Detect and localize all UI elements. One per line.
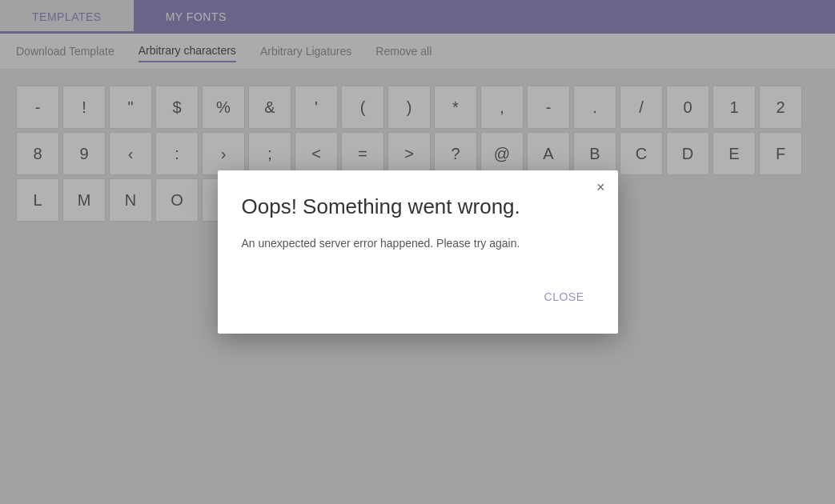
dialog-close-button[interactable]: × bbox=[596, 180, 605, 194]
dialog-overlay: × Oops! Something went wrong. An unexpec… bbox=[0, 0, 835, 504]
dialog-close-action-button[interactable]: CLOSE bbox=[535, 284, 594, 310]
dialog-actions: CLOSE bbox=[242, 284, 594, 318]
dialog-title: Oops! Something went wrong. bbox=[242, 194, 594, 219]
error-dialog: × Oops! Something went wrong. An unexpec… bbox=[218, 170, 618, 334]
dialog-message: An unexpected server error happened. Ple… bbox=[242, 235, 594, 252]
